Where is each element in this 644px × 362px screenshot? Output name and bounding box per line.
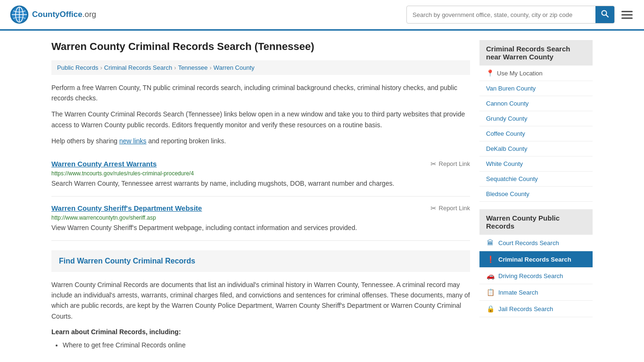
public-records-list: 🏛 Court Records Search ❗ Criminal Record… (479, 235, 593, 317)
use-location-link[interactable]: 📍 Use My Location (479, 66, 593, 81)
county-link-sequatchie[interactable]: Sequatchie County (479, 172, 593, 186)
sidebar-jail-records[interactable]: 🔒 Jail Records Search (479, 301, 593, 317)
search-icon (601, 10, 609, 17)
county-sequatchie[interactable]: Sequatchie County (479, 172, 593, 187)
learn-title: Learn about Criminal Records, including: (51, 328, 470, 336)
inmate-icon: 📋 (486, 288, 495, 296)
sidebar-inmate-search[interactable]: 📋 Inmate Search (479, 284, 593, 301)
county-white[interactable]: White County (479, 156, 593, 172)
breadcrumb-warren-county[interactable]: Warren County (214, 64, 255, 71)
county-coffee[interactable]: Coffee County (479, 126, 593, 141)
county-bledsoe[interactable]: Bledsoe County (479, 187, 593, 202)
county-link-dekalb[interactable]: DeKalb County (479, 141, 593, 156)
public-records-header: Warren County Public Records (479, 209, 593, 235)
sidebar-driving-records[interactable]: 🚗 Driving Records Search (479, 268, 593, 284)
description-2: The Warren County Criminal Records Searc… (51, 109, 470, 130)
breadcrumb-tennessee[interactable]: Tennessee (178, 64, 208, 71)
search-input[interactable] (407, 8, 595, 22)
description-3: Help others by sharing new links and rep… (51, 136, 470, 146)
description-1: Perform a free Warren County, TN public … (51, 82, 470, 104)
inmate-search-link[interactable]: 📋 Inmate Search (479, 284, 593, 300)
county-van-buren[interactable]: Van Buren County (479, 81, 593, 96)
county-grundy[interactable]: Grundy County (479, 111, 593, 126)
criminal-icon: ❗ (486, 255, 495, 263)
search-bar (406, 6, 615, 24)
record-desc-1: Search Warren County, Tennessee arrest w… (51, 179, 470, 189)
breadcrumb-public-records[interactable]: Public Records (57, 64, 98, 71)
bullet-item-1: Where to get free Criminal Records onlin… (63, 339, 470, 351)
record-title-2[interactable]: Warren County Sheriff's Department Websi… (51, 204, 202, 212)
county-dekalb[interactable]: DeKalb County (479, 141, 593, 156)
court-icon: 🏛 (486, 239, 495, 247)
use-location-item[interactable]: 📍 Use My Location (479, 66, 593, 81)
driving-icon: 🚗 (486, 272, 495, 280)
find-section-text: Warren County Criminal Records are docum… (51, 280, 470, 322)
record-url-1: https://www.tncourts.gov/rules/rules-cri… (51, 170, 470, 177)
menu-bar-3 (621, 17, 633, 19)
county-link-cannon[interactable]: Cannon County (479, 96, 593, 111)
jail-icon: 🔒 (486, 305, 495, 313)
report-icon-1: ✂ (430, 160, 437, 168)
county-link-van-buren[interactable]: Van Buren County (479, 81, 593, 96)
county-link-white[interactable]: White County (479, 156, 593, 171)
search-button[interactable] (595, 6, 614, 23)
logo-icon (9, 5, 29, 25)
menu-button[interactable] (619, 9, 635, 21)
driving-records-link[interactable]: 🚗 Driving Records Search (479, 268, 593, 284)
menu-bar-2 (621, 14, 633, 16)
logo-area[interactable]: CountyOffice.org (9, 5, 96, 25)
county-link-coffee[interactable]: Coffee County (479, 126, 593, 141)
breadcrumb: Public Records › Criminal Records Search… (51, 60, 470, 75)
jail-records-link[interactable]: 🔒 Jail Records Search (479, 301, 593, 317)
court-records-link[interactable]: 🏛 Court Records Search (479, 235, 593, 251)
breadcrumb-criminal-records[interactable]: Criminal Records Search (104, 64, 173, 71)
criminal-records-link[interactable]: ❗ Criminal Records Search (479, 251, 593, 267)
record-desc-2: View Warren County Sheriff's Department … (51, 223, 470, 233)
record-entry-1: Warren County Arrest Warrants ✂ Report L… (51, 152, 470, 197)
logo-text: CountyOffice.org (32, 10, 96, 19)
county-link-bledsoe[interactable]: Bledsoe County (479, 187, 593, 201)
near-section-header: Criminal Records Search near Warren Coun… (479, 40, 593, 66)
county-cannon[interactable]: Cannon County (479, 96, 593, 111)
find-section-title: Find Warren County Criminal Records (59, 257, 462, 265)
record-url-2: http://www.warrencountytn.gov/sheriff.as… (51, 214, 470, 221)
bullet-list: Where to get free Criminal Records onlin… (51, 339, 470, 351)
report-link-2[interactable]: ✂ Report Link (430, 204, 470, 213)
sidebar-criminal-records[interactable]: ❗ Criminal Records Search (479, 251, 593, 268)
sidebar-court-records[interactable]: 🏛 Court Records Search (479, 235, 593, 251)
find-section: Find Warren County Criminal Records (51, 250, 470, 272)
county-link-grundy[interactable]: Grundy County (479, 111, 593, 126)
report-icon-2: ✂ (430, 204, 437, 213)
pin-icon: 📍 (486, 69, 494, 77)
new-links-link[interactable]: new links (119, 137, 147, 145)
report-link-1[interactable]: ✂ Report Link (430, 160, 470, 168)
page-title: Warren County Criminal Records Search (T… (51, 40, 470, 54)
svg-line-7 (606, 15, 609, 17)
record-title-1[interactable]: Warren County Arrest Warrants (51, 160, 157, 168)
record-entry-2: Warren County Sheriff's Department Websi… (51, 197, 470, 241)
menu-bar-1 (621, 11, 633, 12)
near-county-list: 📍 Use My Location Van Buren County Canno… (479, 66, 593, 202)
